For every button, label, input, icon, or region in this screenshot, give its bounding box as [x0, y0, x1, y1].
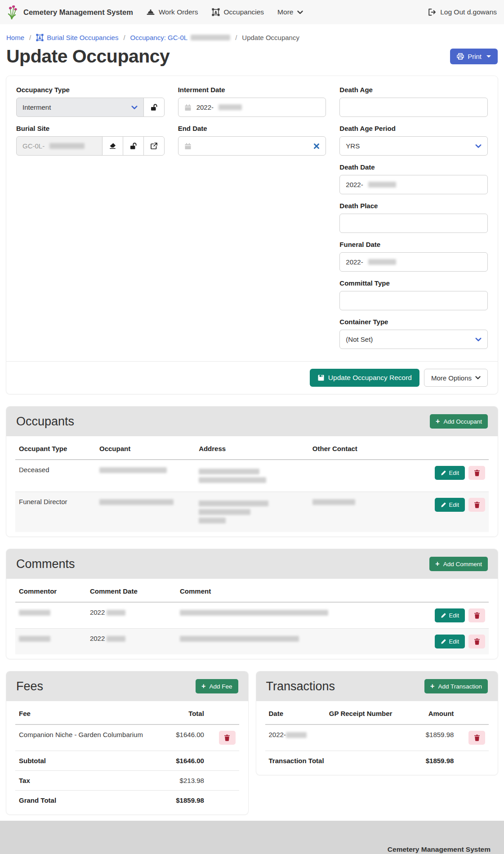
col-actions — [208, 703, 239, 724]
delete-occupant-button[interactable] — [468, 498, 485, 512]
comment-text — [176, 602, 413, 629]
end-date-input[interactable] — [178, 136, 326, 156]
edit-comment-button[interactable]: Edit — [435, 608, 465, 622]
grand-total-label: Grand Total — [15, 791, 154, 810]
burial-site-input[interactable]: GC-0L- — [16, 136, 103, 156]
breadcrumb: Home / Burial Site Occupancies / Occupan… — [6, 34, 498, 41]
occupant-other-contact — [309, 460, 413, 492]
fees-card: Fees + Add Fee Fee Total — [6, 671, 248, 814]
clear-x-icon[interactable] — [313, 143, 320, 149]
logout-link[interactable]: Log Out d.gowans — [428, 8, 497, 16]
death-age-input[interactable] — [339, 98, 488, 117]
nav-occupancies[interactable]: Occupancies — [212, 8, 264, 16]
redacted-commentor — [19, 610, 50, 616]
pencil-icon — [441, 502, 446, 508]
pencil-icon — [441, 470, 446, 476]
burial-site-clear-button[interactable] — [102, 136, 123, 156]
external-link-icon — [150, 142, 158, 150]
nav-work-orders-label: Work Orders — [159, 8, 198, 16]
fee-total: $1646.00 — [154, 724, 207, 751]
container-type-select[interactable]: (Not Set) — [339, 330, 488, 349]
interment-date-input[interactable]: 2022- — [178, 98, 326, 117]
transaction-row: 2022- $1859.98 — [265, 724, 489, 751]
burial-site-lock-button[interactable] — [123, 136, 144, 156]
occupant-name — [96, 460, 195, 492]
fee-row: Companion Niche - Garden Columbarium $16… — [15, 724, 239, 751]
add-comment-button[interactable]: + Add Comment — [429, 557, 488, 571]
delete-comment-button[interactable] — [468, 635, 485, 648]
tulips-logo-icon — [7, 5, 19, 19]
transactions-title: Transactions — [266, 680, 335, 693]
breadcrumb-home[interactable]: Home — [6, 34, 24, 41]
committal-type-input[interactable] — [339, 291, 488, 310]
caret-down-icon — [486, 55, 491, 58]
comments-table: Commentor Comment Date Comment 2022 — [15, 581, 489, 654]
brand-label: Cemetery Management System — [23, 8, 133, 17]
interment-date-label: Interment Date — [178, 86, 326, 94]
app-brand[interactable]: Cemetery Management System — [7, 5, 133, 19]
occupancy-frame-icon — [212, 8, 220, 16]
edit-occupant-button[interactable]: Edit — [435, 466, 465, 480]
occupancy-form: Occupancy Type Interment — [6, 76, 498, 361]
chevron-down-icon — [475, 337, 482, 341]
occupancy-type-lock-button[interactable] — [143, 98, 165, 117]
occupancy-type-select[interactable]: Interment — [16, 98, 144, 117]
add-fee-button[interactable]: + Add Fee — [196, 679, 238, 693]
delete-occupant-button[interactable] — [468, 466, 485, 480]
burial-site-label: Burial Site — [16, 125, 165, 132]
field-committal-type: Committal Type — [339, 279, 488, 310]
col-actions — [413, 438, 489, 460]
nav-more[interactable]: More — [277, 8, 303, 16]
delete-comment-button[interactable] — [468, 608, 485, 622]
redacted-address-line — [199, 469, 259, 474]
plus-icon: + — [435, 560, 439, 568]
breadcrumb-occupancy-label: Occupancy: GC-0L — [130, 34, 188, 41]
delete-fee-button[interactable] — [219, 731, 236, 745]
comment-date-value: 2022 — [90, 635, 105, 642]
edit-comment-button[interactable]: Edit — [435, 635, 465, 648]
breadcrumb-burial-site-occupancies[interactable]: Burial Site Occupancies — [36, 34, 118, 41]
col-occupant: Occupant — [96, 438, 195, 460]
redacted-commentor — [19, 636, 50, 642]
update-occupancy-label: Update Occupancy Record — [328, 374, 412, 382]
redacted-occupancy-id — [191, 35, 230, 40]
subtotal-label: Subtotal — [15, 751, 154, 771]
form-col-2: Interment Date 2022- — [178, 86, 326, 357]
add-transaction-button[interactable]: + Add Transaction — [424, 679, 488, 693]
col-amount: Amount — [408, 703, 457, 724]
col-gp-receipt: GP Receipt Number — [326, 703, 408, 724]
comments-title: Comments — [16, 557, 75, 571]
update-occupancy-record-button[interactable]: Update Occupancy Record — [310, 369, 419, 387]
chevron-down-icon — [131, 105, 138, 109]
comment-date-value: 2022 — [90, 608, 105, 616]
add-occupant-button[interactable]: + Add Occupant — [430, 414, 488, 429]
delete-transaction-button[interactable] — [468, 731, 485, 745]
death-date-value: 2022- — [346, 181, 363, 188]
interment-date-value: 2022- — [196, 103, 214, 111]
breadcrumb-burial-label: Burial Site Occupancies — [47, 34, 118, 41]
death-place-label: Death Place — [339, 202, 488, 210]
death-age-label: Death Age — [339, 86, 488, 94]
death-date-input[interactable]: 2022- — [339, 175, 488, 194]
field-container-type: Container Type (Not Set) — [339, 318, 488, 349]
redacted-comment-date — [107, 610, 125, 616]
field-death-age-period: Death Age Period YRS — [339, 125, 488, 156]
trash-icon — [224, 734, 230, 741]
funeral-date-value: 2022- — [346, 258, 363, 266]
nav-work-orders[interactable]: Work Orders — [147, 8, 198, 16]
death-place-input[interactable] — [339, 214, 488, 233]
print-label: Print — [468, 53, 482, 60]
more-options-button[interactable]: More Options — [424, 369, 488, 387]
print-button[interactable]: Print — [450, 49, 498, 64]
trash-icon — [474, 734, 480, 741]
calendar-icon — [184, 104, 192, 111]
chevron-down-icon — [297, 10, 303, 14]
logout-label: Log Out d.gowans — [440, 8, 497, 16]
edit-occupant-button[interactable]: Edit — [435, 498, 465, 512]
col-actions — [413, 581, 489, 602]
breadcrumb-occupancy[interactable]: Occupancy: GC-0L — [130, 34, 231, 41]
burial-site-open-button[interactable] — [143, 136, 165, 156]
funeral-date-input[interactable]: 2022- — [339, 252, 488, 272]
committal-type-label: Committal Type — [339, 279, 488, 287]
death-age-period-select[interactable]: YRS — [339, 136, 488, 156]
